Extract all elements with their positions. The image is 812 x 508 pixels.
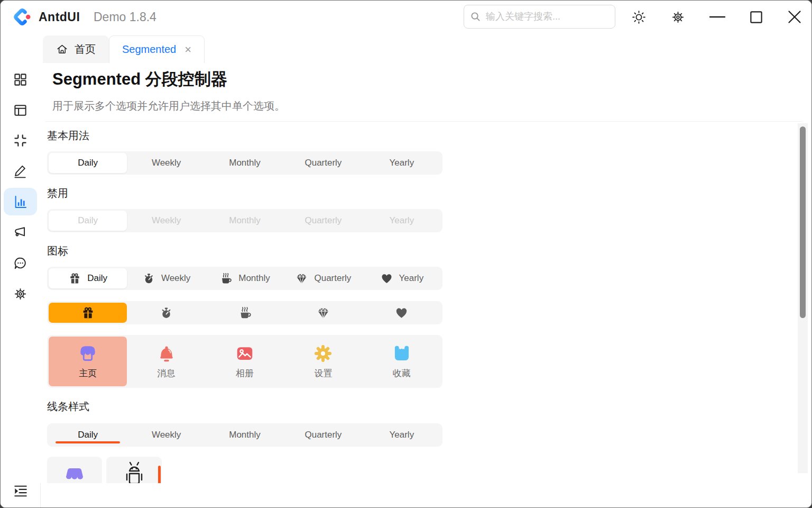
segment-option-yearly[interactable]: Yearly [363, 268, 441, 288]
segment-label: Yearly [390, 430, 414, 440]
segment-option-diamond[interactable] [284, 303, 362, 323]
segment-option-monthly-disabled: Monthly [206, 211, 284, 231]
segment-label: Weekly [152, 215, 181, 226]
tab-home[interactable]: 首页 [43, 35, 109, 63]
tab-bar: 首页 Segmented × [40, 33, 811, 63]
diamond-icon [295, 272, 308, 285]
segmented-basic: Daily Weekly Monthly Quarterly Yearly [47, 151, 442, 175]
segment-option-message[interactable]: 消息 [127, 337, 205, 386]
segment-option-quarterly[interactable]: Quarterly [284, 425, 362, 445]
gift-icon [81, 306, 95, 320]
app-title: AntdUI [39, 1, 80, 33]
segment-option-heart[interactable] [363, 303, 441, 323]
segment-option-monthly[interactable]: Monthly [206, 268, 284, 288]
sidebar-item-layout[interactable] [1, 96, 40, 124]
sidebar-item-shrink[interactable] [1, 126, 40, 154]
section-title-icons: 图标 [47, 244, 68, 258]
gift-icon [68, 272, 81, 285]
segment-label: Monthly [229, 215, 261, 226]
sidebar-item-announcement[interactable] [1, 219, 40, 246]
segment-option-monthly[interactable]: Monthly [206, 425, 284, 445]
segmented-big: 主页 消息 [47, 335, 442, 388]
segmented-with-icons: Daily Weekly Monthly Quarterly Yearly [47, 267, 442, 290]
segment-option-monthly[interactable]: Monthly [206, 153, 284, 173]
maximize-icon [749, 10, 763, 24]
section-title-disabled: 禁用 [47, 186, 68, 201]
sidebar-item-edit[interactable] [1, 157, 40, 185]
segmented-line-style: Daily Weekly Monthly Quarterly Yearly [47, 423, 442, 447]
segment-option-gift[interactable] [49, 303, 127, 323]
segment-label: 主页 [79, 367, 97, 379]
heart-icon [380, 272, 393, 285]
layout-icon [13, 103, 27, 117]
section-title-line: 线条样式 [47, 400, 89, 414]
segment-label: Quarterly [304, 158, 342, 168]
segment-label: 相册 [236, 367, 254, 379]
segment-label: Yearly [390, 215, 414, 226]
page-title: Segmented 分段控制器 [52, 68, 227, 90]
segment-option-quarterly-disabled: Quarterly [284, 211, 362, 231]
gear-icon [671, 10, 685, 24]
close-icon [787, 10, 802, 24]
home-icon [56, 43, 68, 56]
segment-option-daily[interactable]: Daily [49, 268, 127, 288]
stopwatch-icon [142, 272, 155, 285]
segmented-icon-only [47, 301, 442, 324]
segmented-disabled: Daily Weekly Monthly Quarterly Yearly [47, 209, 442, 232]
edit-pencil-icon [13, 164, 27, 178]
android-robot-icon [124, 459, 145, 483]
app-version: Demo 1.8.4 [94, 1, 156, 33]
theme-toggle-button[interactable] [629, 1, 649, 33]
sidebar-collapse-button[interactable] [1, 479, 40, 502]
segment-option-yearly-disabled: Yearly [363, 211, 441, 231]
bell-icon [156, 343, 177, 364]
bar-chart-icon [13, 195, 27, 209]
shop-home-icon [78, 343, 98, 364]
segment-option-weekly[interactable]: Weekly [127, 425, 205, 445]
section-title-basic: 基本用法 [47, 129, 89, 143]
segment-option-stopwatch[interactable] [127, 303, 205, 323]
sidebar [1, 33, 41, 507]
tab-segmented-label: Segmented [122, 43, 176, 56]
segment-option-quarterly[interactable]: Quarterly [284, 153, 362, 173]
segment-option-yearly[interactable]: Yearly [363, 425, 441, 445]
segment-option-album[interactable]: 相册 [206, 337, 284, 386]
minimize-button[interactable] [707, 1, 728, 33]
maximize-button[interactable] [746, 1, 765, 33]
segment-card-shop[interactable] [47, 457, 102, 483]
antdui-logo-icon [13, 8, 31, 26]
megaphone-icon [13, 225, 27, 240]
sidebar-item-messages[interactable] [1, 249, 40, 277]
segment-option-home[interactable]: 主页 [49, 337, 127, 386]
segment-option-weekly[interactable]: Weekly [127, 153, 205, 173]
segment-option-daily[interactable]: Daily [49, 153, 127, 173]
search-box[interactable] [464, 5, 615, 29]
heart-icon [394, 306, 409, 320]
tab-home-label: 首页 [75, 42, 96, 57]
titlebar: AntdUI Demo 1.8.4 [1, 1, 811, 34]
segment-option-yearly[interactable]: Yearly [363, 153, 441, 173]
close-button[interactable] [785, 1, 804, 33]
segment-option-settings[interactable]: 设置 [284, 337, 362, 386]
page-content: Segmented 分段控制器 用于展示多个选项并允许用户选择其中单个选项。 基… [40, 63, 812, 483]
segment-label: Daily [87, 273, 107, 284]
segment-option-quarterly[interactable]: Quarterly [284, 268, 362, 288]
segment-label: Daily [78, 158, 98, 168]
tab-close-icon[interactable]: × [184, 44, 191, 56]
sidebar-item-charts-active[interactable] [1, 188, 40, 215]
scrollbar-thumb[interactable] [800, 126, 806, 318]
app-window: AntdUI Demo 1.8.4 [0, 0, 812, 508]
segment-label: Monthly [229, 158, 261, 168]
segment-label: Quarterly [314, 273, 351, 284]
segment-option-daily[interactable]: Daily [49, 425, 127, 445]
settings-button[interactable] [668, 1, 688, 33]
tab-segmented[interactable]: Segmented × [109, 35, 205, 63]
sidebar-item-settings[interactable] [1, 280, 40, 307]
segment-option-coffee[interactable] [206, 303, 284, 323]
segment-card-android[interactable] [106, 457, 162, 483]
divider [45, 121, 802, 122]
segment-option-weekly[interactable]: Weekly [127, 268, 205, 288]
sidebar-item-dashboard[interactable] [1, 66, 40, 93]
search-input[interactable] [485, 11, 610, 23]
segment-option-favorite[interactable]: 收藏 [363, 337, 441, 386]
